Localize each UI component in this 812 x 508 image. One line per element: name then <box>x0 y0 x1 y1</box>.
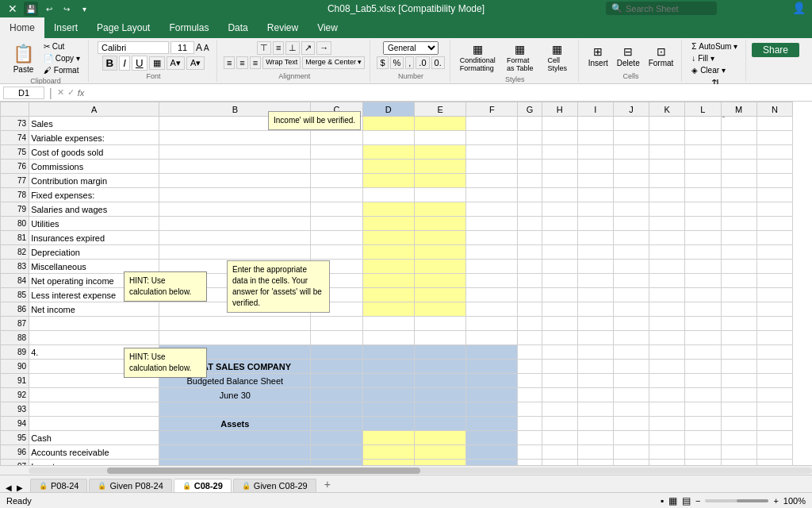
cell[interactable] <box>362 131 414 145</box>
autosum-button[interactable]: Σ AutoSum ▾ <box>688 41 741 52</box>
cell[interactable] <box>414 245 465 260</box>
cell[interactable] <box>649 274 685 288</box>
sheet-tab-given-p08-24[interactable]: 🔒 Given P08-24 <box>89 479 171 492</box>
cell[interactable] <box>414 202 465 217</box>
cell[interactable] <box>685 331 721 345</box>
col-header-C[interactable]: C <box>311 102 362 117</box>
cell[interactable] <box>721 360 756 374</box>
cell[interactable] <box>613 374 649 388</box>
cell[interactable] <box>577 202 613 217</box>
cell[interactable] <box>518 331 542 345</box>
cell[interactable] <box>756 217 792 231</box>
cell[interactable] <box>756 231 792 245</box>
cell[interactable] <box>721 217 756 231</box>
decrease-decimal-button[interactable]: 0. <box>431 56 445 69</box>
cell[interactable] <box>159 345 311 360</box>
clear-button[interactable]: ◈ Clear ▾ <box>688 65 741 75</box>
cell[interactable] <box>756 274 792 288</box>
cell[interactable] <box>756 331 792 345</box>
cell[interactable] <box>159 160 311 174</box>
cell[interactable] <box>311 317 362 331</box>
cell[interactable] <box>613 245 649 260</box>
horizontal-scrollbar[interactable] <box>0 465 812 475</box>
cell[interactable] <box>649 431 685 445</box>
page-layout-view-icon[interactable]: ▦ <box>668 495 677 506</box>
cell[interactable] <box>577 174 613 188</box>
cell[interactable] <box>613 331 649 345</box>
cell[interactable] <box>466 317 518 331</box>
cell[interactable] <box>649 288 685 302</box>
cell[interactable] <box>721 231 756 245</box>
cell[interactable] <box>577 360 613 374</box>
number-format-select[interactable]: General <box>383 41 439 55</box>
cell[interactable] <box>613 145 649 160</box>
cell[interactable]: Fixed expenses: <box>29 188 159 202</box>
cell[interactable] <box>577 274 613 288</box>
cell[interactable] <box>466 360 518 374</box>
cell[interactable] <box>577 331 613 345</box>
cell[interactable] <box>414 160 465 174</box>
conditional-formatting-button[interactable]: ▦ ConditionalFormatting <box>457 41 499 74</box>
col-header-H[interactable]: H <box>542 102 577 117</box>
align-left-button[interactable]: ≡ <box>224 56 235 69</box>
cell[interactable] <box>518 345 542 360</box>
cell[interactable]: Cash <box>29 431 159 445</box>
cell[interactable] <box>721 245 756 260</box>
paste-button[interactable]: 📋 Paste <box>8 44 39 74</box>
cell[interactable] <box>311 360 362 374</box>
cell[interactable] <box>685 217 721 231</box>
cell[interactable] <box>577 131 613 145</box>
cell[interactable] <box>414 417 465 431</box>
cell[interactable] <box>518 117 542 131</box>
cell[interactable] <box>649 445 685 460</box>
cell[interactable] <box>362 345 414 360</box>
cell[interactable] <box>542 431 577 445</box>
cell[interactable] <box>649 260 685 274</box>
underline-button[interactable]: U <box>132 56 147 71</box>
cell[interactable] <box>721 288 756 302</box>
cell[interactable] <box>518 360 542 374</box>
cell[interactable]: Contribution margin <box>29 174 159 188</box>
italic-button[interactable]: I <box>119 56 130 71</box>
cell[interactable] <box>649 188 685 202</box>
cell[interactable] <box>159 317 311 331</box>
cell[interactable] <box>466 131 518 145</box>
cell[interactable] <box>29 417 159 431</box>
cell[interactable] <box>542 260 577 274</box>
cell[interactable] <box>311 245 362 260</box>
cell[interactable] <box>685 417 721 431</box>
cell[interactable] <box>649 374 685 388</box>
font-size-decrease[interactable]: A <box>204 44 209 52</box>
cell[interactable]: 4. <box>29 345 159 360</box>
cell[interactable] <box>542 402 577 417</box>
tab-data[interactable]: Data <box>218 17 257 38</box>
cell[interactable] <box>613 274 649 288</box>
cell[interactable] <box>311 260 362 274</box>
cell[interactable] <box>414 360 465 374</box>
merge-center-button[interactable]: Merge & Center ▾ <box>302 56 365 69</box>
zoom-out-icon[interactable]: − <box>695 496 700 506</box>
cell[interactable] <box>756 445 792 460</box>
tab-home[interactable]: Home <box>0 17 44 38</box>
cell[interactable]: Assets <box>159 417 311 431</box>
cell[interactable] <box>649 245 685 260</box>
cell[interactable] <box>756 160 792 174</box>
cell[interactable]: June 30 <box>159 388 311 402</box>
cell[interactable] <box>577 402 613 417</box>
cell[interactable]: Miscellaneous <box>29 260 159 274</box>
cell[interactable] <box>685 202 721 217</box>
formula-input[interactable] <box>87 87 809 98</box>
cell[interactable] <box>466 260 518 274</box>
cell[interactable] <box>649 331 685 345</box>
add-sheet-button[interactable]: + <box>318 476 337 492</box>
cell[interactable] <box>721 131 756 145</box>
cell[interactable] <box>613 445 649 460</box>
share-button[interactable]: Share <box>752 43 799 57</box>
cell[interactable] <box>721 402 756 417</box>
cell[interactable] <box>414 288 465 302</box>
cell[interactable] <box>311 174 362 188</box>
cell[interactable] <box>414 274 465 288</box>
cell[interactable] <box>542 345 577 360</box>
sheet-scroll-right[interactable]: ▶ <box>14 483 25 492</box>
cell[interactable] <box>613 345 649 360</box>
